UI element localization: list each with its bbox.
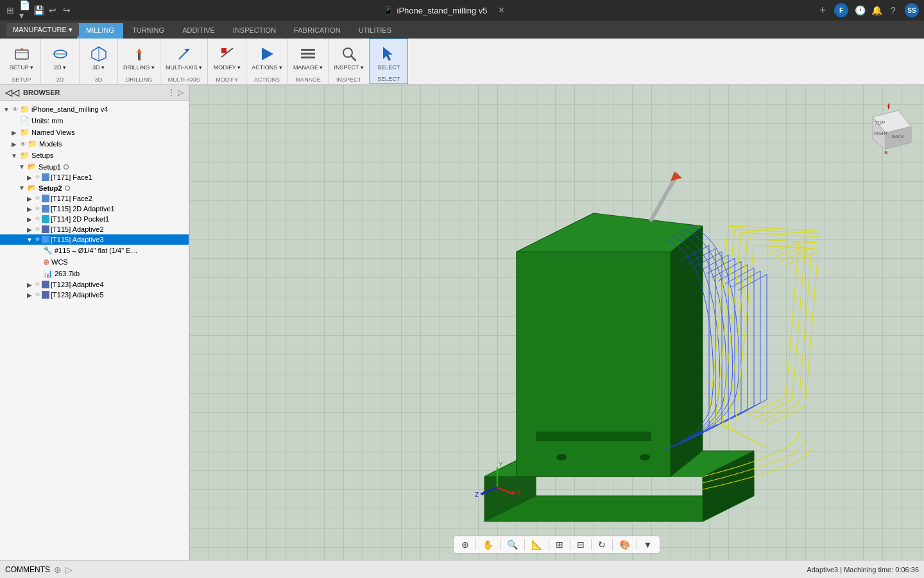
2dadp-eye-icon[interactable]: 👁 [35,206,40,212]
expand-face2-icon[interactable]: ▶ [26,195,33,202]
2d-icon [51,45,69,63]
expand-models-icon[interactable]: ▶ [10,141,18,148]
tab-fabrication[interactable]: FABRICATION [285,23,350,39]
redo-icon[interactable]: ↪ [62,5,72,15]
tree-item-wcs[interactable]: ⊕ WCS [0,256,189,268]
undo-icon[interactable]: ↩ [47,5,58,15]
adp2-eye-icon[interactable]: 👁 [35,226,40,232]
bell-icon[interactable]: 🔔 [871,5,882,15]
adp3-eye-icon[interactable]: 👁 [35,236,40,243]
drilling-button[interactable]: DRILLING ▾ [121,41,157,74]
vp-filter-btn[interactable]: ▼ [641,538,655,551]
app-grid-icon[interactable]: ⊞ [5,5,15,15]
tree-item-t115-adp3[interactable]: ▼ 👁 [T115] Adaptive3 [0,234,189,245]
face2-eye-icon[interactable]: 👁 [35,195,40,202]
expand-setup2-icon[interactable]: ▼ [18,184,26,191]
viewcube[interactable]: TOP RIGHT BACK S [860,98,911,149]
tree-item-units[interactable]: 📄 Units: mm [0,115,189,127]
expand-comments-btn[interactable]: ▷ [65,565,73,575]
close-btn[interactable]: × [496,5,506,15]
vp-refresh-btn[interactable]: ↻ [595,538,608,551]
browser-collapse-icon[interactable]: ▷ [178,88,184,97]
expand-setups-icon[interactable]: ▼ [10,152,18,159]
expand-2d-icon[interactable]: ▶ [26,206,33,213]
clock-icon[interactable]: 🕐 [855,5,865,15]
svg-marker-26 [517,213,703,252]
tab-inspection[interactable]: INSPECTION [224,23,285,39]
tree-item-t171-face2[interactable]: ▶ 👁 [T171] Face2 [0,193,189,204]
adp3-op-icon [42,236,49,243]
tree-item-root[interactable]: ▼ 👁 📁 iPhone_stand_milling v4 [0,103,189,115]
tree-item-t115-2d[interactable]: ▶ 👁 [T115] 2D Adaptive1 [0,204,189,214]
vp-display-btn[interactable]: ⊟ [574,538,587,551]
expand-setup1-icon[interactable]: ▼ [18,163,26,170]
models-eye-icon[interactable]: 👁 [20,141,26,148]
tree-item-t115-adp2[interactable]: ▶ 👁 [T115] Adaptive2 [0,224,189,234]
tree-item-size[interactable]: 📊 263.7kb [0,268,189,279]
multiaxis-button[interactable]: MULTI-AXIS ▾ [163,41,205,74]
vp-orbit-btn[interactable]: ⊕ [459,538,472,551]
browser-options-icon[interactable]: ⋮ [167,88,175,97]
ribbon-group-2d: 2D ▾ 2D [41,39,80,84]
tree-item-t123-adp4[interactable]: ▶ 👁 [T123] Adaptive4 [0,279,189,290]
manufacture-button[interactable]: MANUFACTURE ▾ [6,23,79,37]
expand-root-icon[interactable]: ▼ [3,106,10,113]
pocket-eye-icon[interactable]: 👁 [35,216,40,222]
expand-face1-icon[interactable]: ▶ [26,174,33,181]
vp-div4 [549,539,549,550]
size-icon: 📊 [43,269,53,278]
expand-adp3-icon[interactable]: ▼ [26,236,33,243]
save-icon[interactable]: 💾 [33,5,44,15]
add-tab-btn[interactable]: + [817,5,828,15]
inspect-button[interactable]: INSPECT ▾ [331,41,366,74]
actions-group-label: ACTIONS [254,75,280,83]
tab-milling[interactable]: MILLING [77,23,123,39]
tree-item-tool[interactable]: 🔧 #115 – Ø1/4" flat (1/4" E… [0,245,189,256]
adp4-eye-icon[interactable]: 👁 [35,281,40,288]
3d-button[interactable]: 3D ▾ [87,41,110,74]
tree-item-setup2[interactable]: ▼ 📂 Setup2 [0,182,189,193]
expand-adp2-icon[interactable]: ▶ [26,226,33,233]
setup-button[interactable]: SETUP ▾ [7,41,36,74]
tree-item-t123-adp5[interactable]: ▶ 👁 [T123] Adaptive5 [0,290,189,300]
vp-grid-btn[interactable]: ⊞ [553,538,566,551]
expand-pocket-icon[interactable]: ▶ [26,216,33,223]
user-avatar[interactable]: SS [905,3,919,17]
vp-pan-btn[interactable]: ✋ [480,538,496,551]
tree-item-models[interactable]: ▶ 👁 📁 Models [0,138,189,150]
expand-adp5-icon[interactable]: ▶ [26,292,33,299]
adp5-op-icon [42,291,49,299]
vp-zoom-btn[interactable]: 🔍 [504,538,520,551]
tree-item-setups[interactable]: ▼ 📁 Setups [0,150,189,161]
face1-eye-icon[interactable]: 👁 [35,174,40,180]
adp5-eye-icon[interactable]: 👁 [35,292,40,298]
pocket-op-icon [42,215,49,223]
statusbar: COMMENTS ⊕ ▷ Adaptive3 | Machining time:… [0,560,924,578]
tree-item-t171-face1[interactable]: ▶ 👁 [T171] Face1 [0,172,189,182]
vp-measure-btn[interactable]: 📐 [529,538,545,551]
modify-button[interactable]: MODIFY ▾ [211,41,243,74]
file-menu-icon[interactable]: 📄▾ [19,5,30,15]
browser-back-icon[interactable]: ◁◁ [5,87,19,98]
help-icon[interactable]: ? [888,5,898,15]
viewport[interactable]: X Y Z TOP RIGHT BACK S [189,85,924,560]
2d-button[interactable]: 2D ▾ [49,41,72,74]
svg-text:BACK: BACK [892,134,904,139]
expand-adp4-icon[interactable]: ▶ [26,281,33,288]
setup1-label: Setup1 [38,163,61,171]
units-doc-icon: 📄 [20,116,30,125]
svg-text:Y: Y [499,461,503,468]
add-comment-btn[interactable]: ⊕ [54,565,62,575]
tree-item-named-views[interactable]: ▶ 📁 Named Views [0,127,189,138]
vp-material-btn[interactable]: 🎨 [617,538,633,551]
tree-item-t114-pocket[interactable]: ▶ 👁 [T114] 2D Pocket1 [0,214,189,224]
select-button[interactable]: SELECT [375,41,402,74]
tab-utilities[interactable]: UTILITIES [350,23,400,39]
tree-item-setup1[interactable]: ▼ 📂 Setup1 [0,161,189,172]
actions-button[interactable]: ACTIONS ▾ [249,41,285,74]
expand-named-views-icon[interactable]: ▶ [10,129,18,136]
tab-additive[interactable]: ADDITIVE [173,23,224,39]
visibility-icon[interactable]: 👁 [12,106,19,113]
tab-turning[interactable]: TURNING [123,23,173,39]
manage-button[interactable]: MANAGE ▾ [291,41,326,74]
